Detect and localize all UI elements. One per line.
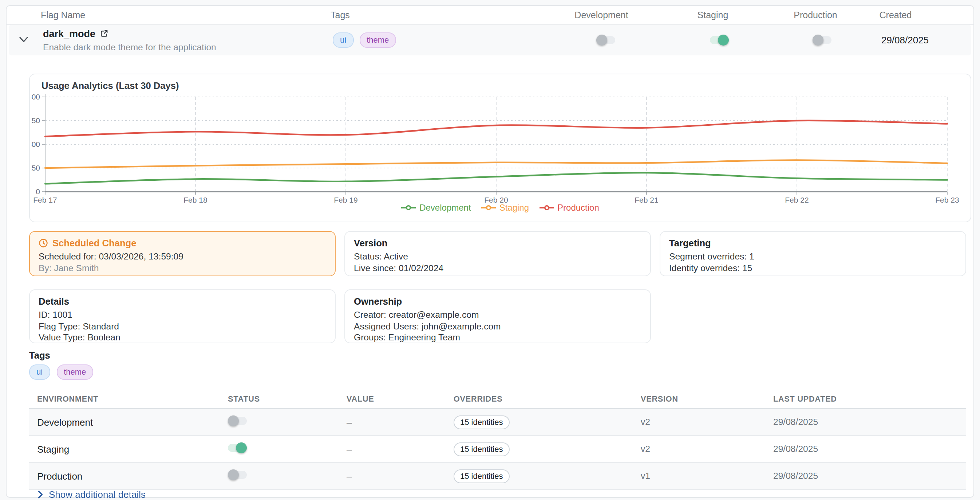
cards-row-1: Scheduled Change Scheduled for: 03/03/20… xyxy=(29,231,966,276)
tag-theme: theme xyxy=(56,364,93,380)
chevron-right-icon xyxy=(38,490,43,498)
ownership-card: Ownership Creator: creator@example.com A… xyxy=(344,289,651,343)
usage-analytics-card: Usage Analytics (Last 30 Days) 015030045… xyxy=(29,73,971,222)
clock-icon xyxy=(38,238,48,248)
header-last-updated: LAST UPDATED xyxy=(765,394,966,403)
env-name: Staging xyxy=(29,444,220,454)
scheduled-change-card: Scheduled Change Scheduled for: 03/03/20… xyxy=(29,231,336,276)
version-card: Version Status: Active Live since: 01/02… xyxy=(344,231,651,276)
env-name: Production xyxy=(29,470,220,481)
flag-detail-panel: Flag Name Tags Development Staging Produ… xyxy=(6,5,974,498)
version-live-since: Live since: 01/02/2024 xyxy=(354,263,641,274)
flag-id: ID: 1001 xyxy=(38,310,326,321)
column-created: Created xyxy=(880,10,912,20)
legend-item-production[interactable]: Production xyxy=(539,203,599,213)
env-value: – xyxy=(339,470,445,481)
environments-table-header: ENVIRONMENT STATUS VALUE OVERRIDES VERSI… xyxy=(29,389,966,409)
flag-name[interactable]: dark_mode xyxy=(43,29,95,39)
cards-row-2: Details ID: 1001 Flag Type: Standard Val… xyxy=(29,289,651,343)
tag-theme: theme xyxy=(359,32,396,48)
legend-marker-icon xyxy=(481,204,496,211)
svg-text:0: 0 xyxy=(36,187,40,196)
details-card: Details ID: 1001 Flag Type: Standard Val… xyxy=(29,289,336,343)
scheduled-for: Scheduled for: 03/03/2026, 13:59:09 xyxy=(38,251,326,263)
header-value: VALUE xyxy=(339,394,445,403)
env-last-updated: 29/08/2025 xyxy=(765,417,966,427)
targeting-card: Targeting Segment overrides: 1 Identity … xyxy=(660,231,966,276)
svg-text:Feb 21: Feb 21 xyxy=(635,196,658,203)
legend-item-development[interactable]: Development xyxy=(401,203,471,213)
tags-section-pills: ui theme xyxy=(29,364,93,380)
env-last-updated: 29/08/2025 xyxy=(765,471,966,481)
staging-toggle[interactable] xyxy=(710,35,732,46)
header-version: VERSION xyxy=(633,394,765,403)
env-version: v1 xyxy=(633,471,765,481)
flag-row-dark-mode[interactable]: dark_mode Enable dark mode theme for the… xyxy=(9,25,971,55)
legend-marker-icon xyxy=(539,204,554,211)
header-environment: ENVIRONMENT xyxy=(29,394,220,403)
svg-text:450: 450 xyxy=(31,116,40,125)
column-production: Production xyxy=(794,10,837,20)
production-status-toggle[interactable] xyxy=(228,469,250,480)
env-name: Development xyxy=(29,417,220,428)
chevron-down-icon[interactable] xyxy=(19,37,29,43)
identities-badge[interactable]: 15 identities xyxy=(453,415,509,429)
flag-row-tags: ui theme xyxy=(333,32,396,48)
groups: Groups: Engineering Team xyxy=(354,332,641,343)
svg-text:300: 300 xyxy=(31,140,40,148)
legend-item-staging[interactable]: Staging xyxy=(481,203,529,213)
table-row-staging: Staging – 15 identities v2 29/08/2025 xyxy=(29,436,966,463)
header-overrides: OVERRIDES xyxy=(445,394,633,403)
svg-text:Feb 19: Feb 19 xyxy=(334,196,358,203)
flag-description: Enable dark mode theme for the applicati… xyxy=(43,42,216,53)
staging-status-toggle[interactable] xyxy=(228,442,250,453)
details-title: Details xyxy=(38,296,326,307)
table-row-production: Production – 15 identities v1 29/08/2025 xyxy=(29,463,966,490)
value-type: Value Type: Boolean xyxy=(38,332,326,343)
show-additional-details-link[interactable]: Show additional details xyxy=(38,489,146,500)
column-tags: Tags xyxy=(331,10,350,20)
creator: Creator: creator@example.com xyxy=(354,310,641,321)
tags-section-title: Tags xyxy=(29,350,50,361)
column-development: Development xyxy=(574,10,628,20)
svg-text:Feb 17: Feb 17 xyxy=(33,196,57,203)
flag-type: Flag Type: Standard xyxy=(38,321,326,332)
targeting-title: Targeting xyxy=(669,238,957,249)
development-toggle[interactable] xyxy=(596,35,618,46)
svg-text:Feb 22: Feb 22 xyxy=(785,196,808,203)
production-toggle[interactable] xyxy=(813,35,834,46)
flag-name-block: dark_mode Enable dark mode theme for the… xyxy=(43,29,216,53)
env-value: – xyxy=(339,417,445,428)
tag-ui: ui xyxy=(333,32,353,48)
tag-ui: ui xyxy=(29,364,50,380)
chart-legend: DevelopmentStagingProduction xyxy=(30,203,970,213)
assigned-users: Assigned Users: john@example.com xyxy=(354,321,641,332)
identities-badge[interactable]: 15 identities xyxy=(453,470,509,483)
identity-overrides: Identity overrides: 15 xyxy=(669,263,957,274)
svg-text:Feb 23: Feb 23 xyxy=(935,196,959,203)
version-title: Version xyxy=(354,238,641,249)
column-flag-name: Flag Name xyxy=(41,10,85,20)
svg-text:Feb 20: Feb 20 xyxy=(484,196,508,203)
legend-marker-icon xyxy=(401,204,416,211)
environments-table: ENVIRONMENT STATUS VALUE OVERRIDES VERSI… xyxy=(29,389,966,490)
page: Flag Name Tags Development Staging Produ… xyxy=(0,0,980,500)
chart-title: Usage Analytics (Last 30 Days) xyxy=(41,80,179,91)
svg-text:Feb 18: Feb 18 xyxy=(183,196,207,203)
usage-analytics-chart: 0150300450600Feb 17Feb 18Feb 19Feb 20Feb… xyxy=(31,92,963,203)
svg-text:600: 600 xyxy=(31,93,40,101)
development-status-toggle[interactable] xyxy=(228,415,250,426)
external-link-icon[interactable] xyxy=(100,29,108,38)
version-status: Status: Active xyxy=(354,251,641,263)
identities-badge[interactable]: 15 identities xyxy=(453,442,509,456)
segment-overrides: Segment overrides: 1 xyxy=(669,251,957,263)
created-date: 29/08/2025 xyxy=(881,35,929,46)
env-value: – xyxy=(339,444,445,454)
scheduled-by: By: Jane Smith xyxy=(38,263,326,274)
show-additional-details-label: Show additional details xyxy=(49,489,146,500)
env-version: v2 xyxy=(633,444,765,454)
table-row-development: Development – 15 identities v2 29/08/202… xyxy=(29,409,966,436)
env-version: v2 xyxy=(633,417,765,427)
svg-text:150: 150 xyxy=(31,164,40,172)
flag-table-header: Flag Name Tags Development Staging Produ… xyxy=(6,6,974,25)
